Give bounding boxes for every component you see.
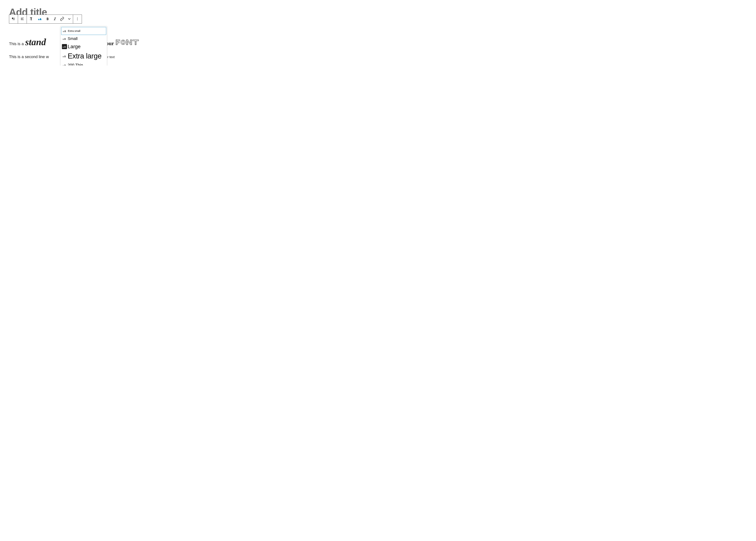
svg-text:a: a: [63, 64, 64, 66]
font-icon: [29, 17, 33, 22]
block-toolbar: aa: [9, 15, 82, 24]
font-size-dropdown: aaExtra smallaaSmallaaLargeaaExtra large…: [60, 26, 107, 66]
italic-button[interactable]: [51, 15, 59, 23]
paragraph-block-button[interactable]: [9, 15, 18, 23]
font-size-option-label: Small: [68, 36, 78, 41]
svg-text:a: a: [63, 46, 64, 48]
font-size-icon: aa: [62, 44, 67, 49]
more-formatting-button[interactable]: [66, 15, 73, 23]
font-size-icon: aa: [62, 28, 67, 33]
font-size-icon: aa: [38, 17, 42, 22]
italic-icon: [53, 17, 57, 22]
svg-point-7: [77, 20, 78, 20]
svg-point-6: [77, 19, 78, 19]
svg-text:a: a: [64, 64, 66, 66]
svg-text:a: a: [40, 17, 41, 21]
bold-icon: [46, 17, 50, 22]
svg-text:a: a: [63, 38, 64, 40]
text-segment: This is a second line w: [9, 55, 49, 59]
text-scripted-word: stand: [25, 37, 46, 47]
font-size-option[interactable]: aaExtra large: [61, 51, 106, 61]
font-size-icon: aa: [62, 36, 67, 41]
font-size-button[interactable]: aa: [35, 15, 44, 23]
options-button[interactable]: [73, 15, 82, 23]
content-line-2[interactable]: This is a second line w me smaller text: [9, 55, 747, 59]
align-button[interactable]: [18, 15, 27, 23]
link-icon: [60, 17, 64, 22]
font-size-option[interactable]: aaExtra small: [61, 27, 106, 35]
svg-text:a: a: [64, 45, 66, 48]
link-button[interactable]: [59, 15, 66, 23]
font-family-button[interactable]: [27, 15, 35, 23]
paragraph-icon: [11, 17, 16, 22]
font-size-option-label: Extra large: [68, 52, 102, 60]
editor-area: Add title: [9, 6, 747, 59]
more-vertical-icon: [75, 17, 80, 22]
svg-text:a: a: [63, 30, 64, 32]
title-placeholder[interactable]: Add title: [9, 6, 747, 18]
svg-text:a: a: [64, 29, 66, 33]
chevron-down-icon: [67, 17, 71, 22]
font-size-icon: aa: [62, 63, 67, 66]
align-icon: [20, 17, 24, 22]
font-size-option[interactable]: aa200 Thin: [61, 61, 106, 66]
font-size-option[interactable]: aaSmall: [61, 35, 106, 42]
content-line-1[interactable]: This is a stand with your: [9, 37, 747, 47]
svg-text:a: a: [64, 55, 66, 58]
svg-point-5: [77, 17, 78, 18]
svg-text:a: a: [63, 55, 64, 58]
bold-button[interactable]: [44, 15, 51, 23]
svg-text:a: a: [64, 37, 66, 41]
font-outline-icon: [116, 39, 139, 45]
font-size-icon: aa: [62, 54, 67, 59]
font-size-option-label: Large: [68, 44, 81, 50]
font-size-option[interactable]: aaLarge: [61, 42, 106, 51]
svg-text:a: a: [38, 18, 39, 21]
text-font-word: [116, 39, 139, 47]
font-size-option-label: 200 Thin: [68, 63, 83, 66]
font-size-option-label: Extra small: [68, 30, 80, 32]
text-segment: This is a: [9, 42, 24, 46]
